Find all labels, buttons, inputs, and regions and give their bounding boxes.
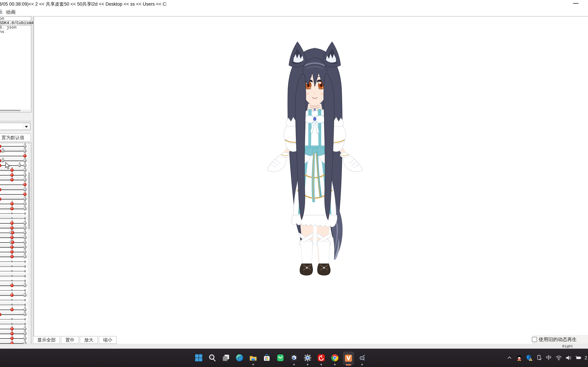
parameter-slider-row[interactable]: [0, 259, 31, 263]
parameter-slider-row[interactable]: [0, 316, 31, 321]
taskbar-app-settings[interactable]: [302, 350, 313, 366]
slider-knob-red[interactable]: [10, 308, 14, 311]
taskbar-app-cube-app[interactable]: [289, 350, 299, 366]
slider-dot[interactable]: [11, 280, 13, 282]
parameter-slider-row[interactable]: [0, 249, 31, 253]
parameter-group-select[interactable]: [0, 123, 31, 130]
parameter-slider-row[interactable]: [0, 172, 31, 177]
slider-knob-red[interactable]: [10, 236, 14, 239]
slider-knob-grey[interactable]: [23, 144, 26, 148]
taskbar-app-edge[interactable]: [234, 350, 245, 366]
slider-dot[interactable]: [11, 318, 13, 320]
slider-knob-red[interactable]: [10, 207, 14, 210]
parameter-slider-row[interactable]: [0, 153, 31, 158]
old-motion-checkbox[interactable]: [532, 337, 537, 342]
slider-knob-red[interactable]: [10, 327, 14, 331]
slider-knob-grey[interactable]: [23, 284, 26, 287]
wifi-icon[interactable]: [555, 354, 562, 362]
parameter-slider-row[interactable]: [0, 282, 31, 287]
slider-knob-red[interactable]: [23, 192, 26, 196]
slider-dot[interactable]: [11, 323, 13, 325]
viewport-button-0[interactable]: 显示全部: [33, 336, 60, 344]
slider-knob-grey[interactable]: [23, 226, 26, 230]
slider-knob-grey[interactable]: [23, 221, 26, 225]
slider-knob-grey[interactable]: [23, 178, 26, 182]
slider-knob-grey[interactable]: [1, 149, 4, 153]
slider-knob-red[interactable]: [10, 226, 14, 230]
taskbar-app-netease-music[interactable]: [316, 350, 327, 366]
battery-icon[interactable]: [575, 354, 582, 362]
slider-knob-grey[interactable]: [23, 293, 26, 297]
slider-knob-red[interactable]: [0, 145, 1, 148]
slider-knob-red[interactable]: [10, 173, 14, 177]
slider-knob-grey[interactable]: [23, 245, 26, 249]
parameter-slider-row[interactable]: [0, 292, 31, 297]
parameter-slider-row[interactable]: [0, 321, 31, 325]
slider-knob-red[interactable]: [10, 332, 14, 335]
slider-knob-red[interactable]: [10, 178, 14, 182]
model-file-tree[interactable]: onSDK4.0/Cubism43. jsonns: [0, 16, 31, 112]
tree-item[interactable]: SDK4.0/Cubism4: [0, 21, 31, 25]
slider-knob-grey[interactable]: [18, 164, 21, 167]
parameter-slider-row[interactable]: [0, 162, 31, 167]
ime-indicator[interactable]: 中: [545, 354, 553, 362]
parameter-slider-row[interactable]: [0, 196, 31, 201]
taskbar-app-file-explorer[interactable]: [248, 350, 259, 366]
taskbar-clock[interactable]: 2: [585, 355, 588, 360]
slider-knob-red[interactable]: [0, 164, 1, 167]
parameter-slider-row[interactable]: [0, 234, 31, 239]
slider-knob-grey[interactable]: [23, 168, 26, 172]
parameter-slider-row[interactable]: [0, 206, 31, 210]
slider-knob-red[interactable]: [11, 241, 14, 244]
parameter-slider-panel[interactable]: [0, 143, 31, 345]
slider-dot[interactable]: [11, 261, 13, 262]
slider-dot[interactable]: [11, 289, 13, 291]
parameter-slider-row[interactable]: [0, 210, 31, 215]
slider-knob-grey[interactable]: [23, 255, 26, 258]
parameter-slider-row[interactable]: [0, 335, 31, 340]
parameter-vertical-scrollbar[interactable]: [28, 143, 30, 345]
slider-dot[interactable]: [11, 304, 13, 306]
taskbar-app-search[interactable]: [207, 350, 218, 366]
parameter-slider-row[interactable]: [0, 186, 31, 191]
reset-to-default-button[interactable]: 置为默认值: [0, 133, 31, 142]
menu-item-0[interactable]: 示: [0, 9, 3, 16]
parameter-slider-row[interactable]: [0, 158, 31, 162]
parameter-slider-row[interactable]: [0, 239, 31, 244]
slider-knob-red[interactable]: [23, 183, 26, 186]
parameter-slider-row[interactable]: [0, 244, 31, 249]
parameter-slider-row[interactable]: [0, 182, 31, 186]
slider-knob-red[interactable]: [10, 284, 14, 287]
slider-dot[interactable]: [11, 275, 13, 277]
slider-knob-grey[interactable]: [1, 159, 4, 162]
slider-dot[interactable]: [11, 265, 13, 267]
slider-knob-grey[interactable]: [23, 327, 26, 331]
slider-knob-red[interactable]: [11, 231, 14, 234]
parameter-slider-row[interactable]: [0, 273, 31, 278]
slider-knob-red[interactable]: [10, 245, 14, 249]
scrollbar-thumb[interactable]: [28, 172, 30, 229]
parameter-slider-row[interactable]: [0, 301, 31, 306]
tree-horizontal-scrollbar[interactable]: [0, 109, 30, 112]
slider-knob-grey[interactable]: [23, 197, 26, 201]
slider-dot[interactable]: [11, 270, 13, 272]
slider-knob-red[interactable]: [10, 221, 14, 225]
slider-knob-red[interactable]: [0, 188, 1, 191]
parameter-slider-row[interactable]: [0, 230, 31, 234]
parameter-slider-row[interactable]: [0, 311, 31, 316]
slider-dot[interactable]: [11, 213, 13, 214]
viewport-button-1[interactable]: 置中: [61, 336, 79, 344]
viewport-button-2[interactable]: 放大: [80, 336, 98, 344]
slider-dot[interactable]: [11, 299, 13, 301]
slider-knob-red[interactable]: [10, 255, 14, 258]
tree-item[interactable]: 3. json: [0, 25, 31, 30]
parameter-slider-row[interactable]: [0, 215, 31, 220]
taskbar-app-v-app[interactable]: [343, 352, 354, 365]
qq-icon[interactable]: [516, 354, 523, 362]
tree-item[interactable]: on: [0, 17, 31, 21]
slider-knob-red[interactable]: [10, 293, 14, 297]
parameter-slider-row[interactable]: [0, 177, 31, 182]
defender-warning-icon[interactable]: [525, 354, 533, 362]
usb-icon[interactable]: [535, 354, 543, 362]
tray-expand-icon[interactable]: [506, 354, 513, 362]
